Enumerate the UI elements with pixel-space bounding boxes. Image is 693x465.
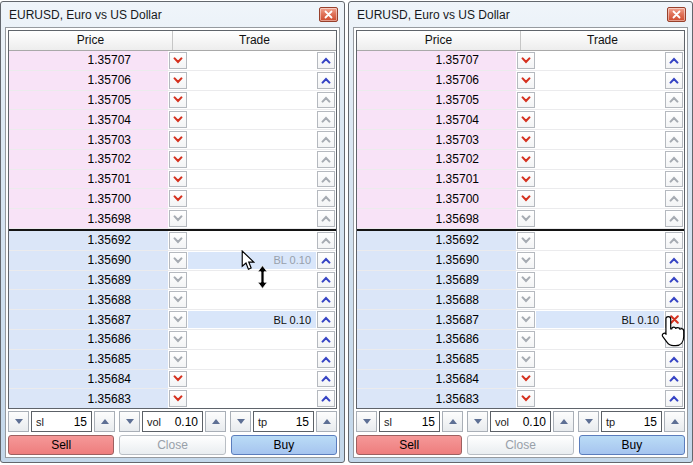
order-drop-zone[interactable] [536, 52, 664, 69]
order-drop-zone[interactable] [536, 390, 664, 407]
close-order-button[interactable] [665, 311, 683, 328]
order-drop-zone[interactable] [188, 151, 316, 168]
order-label[interactable]: BL 0.10 [273, 254, 311, 266]
buy-at-price-button[interactable] [317, 52, 335, 69]
buy-at-price-button[interactable] [317, 111, 335, 128]
sell-at-price-button[interactable] [169, 232, 187, 249]
buy-at-price-button[interactable] [665, 351, 683, 368]
spinner-decrement-button[interactable] [578, 411, 599, 432]
buy-at-price-button[interactable] [317, 311, 335, 328]
buy-at-price-button[interactable] [317, 252, 335, 269]
order-drop-zone[interactable] [188, 272, 316, 289]
sell-at-price-button[interactable] [517, 131, 535, 148]
sell-at-price-button[interactable] [169, 151, 187, 168]
spinner-decrement-button[interactable] [8, 411, 29, 432]
spinner-decrement-button[interactable] [356, 411, 377, 432]
sell-at-price-button[interactable] [517, 252, 535, 269]
buy-at-price-button[interactable] [665, 151, 683, 168]
order-drop-zone[interactable] [536, 232, 664, 249]
sell-at-price-button[interactable] [169, 111, 187, 128]
buy-at-price-button[interactable] [665, 210, 683, 227]
sell-at-price-button[interactable] [517, 232, 535, 249]
titlebar[interactable]: EURUSD, Euro vs US Dollar [353, 2, 688, 27]
order-drop-zone[interactable] [536, 72, 664, 89]
buy-at-price-button[interactable] [665, 111, 683, 128]
buy-button[interactable]: Buy [231, 435, 337, 455]
order-drop-zone[interactable]: BL 0.10 [536, 311, 664, 328]
order-drop-zone[interactable] [536, 210, 664, 227]
order-drop-zone[interactable] [188, 190, 316, 207]
sell-button[interactable]: Sell [8, 435, 114, 455]
sell-at-price-button[interactable] [169, 72, 187, 89]
sell-at-price-button[interactable] [517, 272, 535, 289]
buy-at-price-button[interactable] [317, 232, 335, 249]
vol-field[interactable]: vol 0.10 [490, 411, 551, 432]
order-drop-zone[interactable]: BL 0.10 [188, 311, 316, 328]
order-drop-zone[interactable] [188, 210, 316, 227]
close-button[interactable]: Close [467, 435, 573, 455]
order-drop-zone[interactable] [536, 111, 664, 128]
order-drop-zone[interactable] [188, 331, 316, 348]
order-drop-zone[interactable] [188, 52, 316, 69]
order-drop-zone[interactable] [536, 151, 664, 168]
order-drop-zone[interactable] [188, 92, 316, 109]
sell-at-price-button[interactable] [169, 371, 187, 388]
sell-at-price-button[interactable] [517, 311, 535, 328]
sell-at-price-button[interactable] [169, 131, 187, 148]
spinner-increment-button[interactable] [94, 411, 115, 432]
order-drop-zone[interactable]: BL 0.10 [188, 252, 316, 269]
sell-at-price-button[interactable] [169, 272, 187, 289]
order-drop-zone[interactable] [536, 331, 664, 348]
sell-at-price-button[interactable] [517, 92, 535, 109]
sl-field[interactable]: sl 15 [379, 411, 440, 432]
spinner-increment-button[interactable] [553, 411, 574, 432]
order-drop-zone[interactable] [188, 111, 316, 128]
spinner-increment-button[interactable] [442, 411, 463, 432]
buy-at-price-button[interactable] [317, 331, 335, 348]
tp-field[interactable]: tp 15 [601, 411, 662, 432]
buy-at-price-button[interactable] [665, 272, 683, 289]
buy-at-price-button[interactable] [665, 92, 683, 109]
sell-at-price-button[interactable] [517, 390, 535, 407]
order-drop-zone[interactable] [188, 131, 316, 148]
tp-field[interactable]: tp 15 [253, 411, 314, 432]
buy-at-price-button[interactable] [317, 371, 335, 388]
order-drop-zone[interactable] [536, 351, 664, 368]
sell-at-price-button[interactable] [169, 311, 187, 328]
buy-at-price-button[interactable] [665, 131, 683, 148]
buy-at-price-button[interactable] [317, 190, 335, 207]
order-drop-zone[interactable] [536, 371, 664, 388]
sell-at-price-button[interactable] [517, 291, 535, 308]
buy-at-price-button[interactable] [317, 351, 335, 368]
sell-at-price-button[interactable] [169, 390, 187, 407]
buy-at-price-button[interactable] [317, 151, 335, 168]
order-drop-zone[interactable] [536, 252, 664, 269]
spinner-increment-button[interactable] [205, 411, 226, 432]
sell-at-price-button[interactable] [169, 210, 187, 227]
sell-at-price-button[interactable] [169, 171, 187, 188]
order-drop-zone[interactable] [188, 171, 316, 188]
sell-at-price-button[interactable] [169, 351, 187, 368]
buy-at-price-button[interactable] [665, 371, 683, 388]
order-drop-zone[interactable] [536, 131, 664, 148]
order-drop-zone[interactable] [536, 92, 664, 109]
sell-at-price-button[interactable] [517, 72, 535, 89]
buy-at-price-button[interactable] [317, 291, 335, 308]
sl-field[interactable]: sl 15 [31, 411, 92, 432]
sell-at-price-button[interactable] [169, 190, 187, 207]
sell-at-price-button[interactable] [169, 92, 187, 109]
sell-at-price-button[interactable] [517, 351, 535, 368]
titlebar[interactable]: EURUSD, Euro vs US Dollar [5, 2, 340, 27]
sell-at-price-button[interactable] [517, 210, 535, 227]
close-button[interactable]: Close [119, 435, 225, 455]
spinner-decrement-button[interactable] [230, 411, 251, 432]
order-drop-zone[interactable] [188, 232, 316, 249]
buy-at-price-button[interactable] [665, 252, 683, 269]
order-label[interactable]: BL 0.10 [621, 314, 659, 326]
order-drop-zone[interactable] [536, 171, 664, 188]
buy-at-price-button[interactable] [665, 190, 683, 207]
buy-at-price-button[interactable] [665, 291, 683, 308]
spinner-increment-button[interactable] [316, 411, 337, 432]
buy-at-price-button[interactable] [317, 72, 335, 89]
buy-at-price-button[interactable] [317, 131, 335, 148]
